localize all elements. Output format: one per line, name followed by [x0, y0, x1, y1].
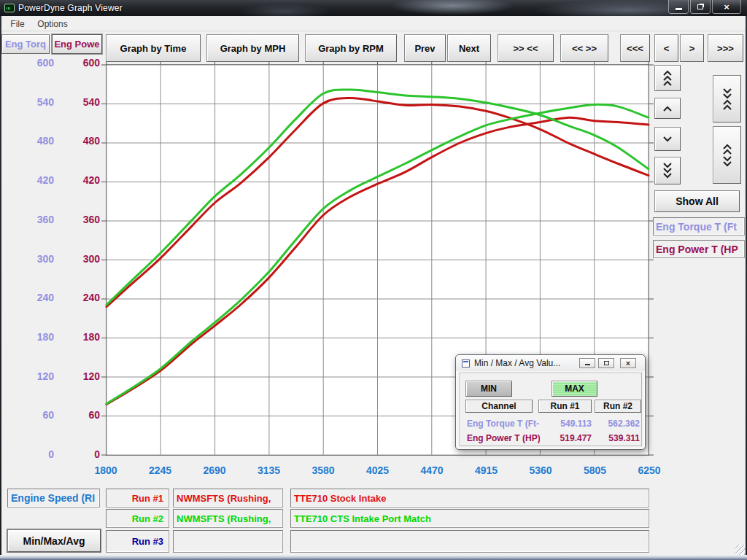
power-axis-tick: 600: [63, 56, 100, 69]
expand-range-button[interactable]: [713, 126, 741, 184]
run1-column-header: Run #1: [538, 400, 592, 413]
minmax-channel-name: Eng Torque T (Ft-: [467, 419, 540, 429]
window-title: PowerDyne Graph Viewer: [18, 3, 123, 13]
rpm-axis-tick: 4470: [406, 464, 457, 477]
scale-up-button[interactable]: [654, 98, 681, 119]
minimize-icon: [676, 8, 682, 10]
run-description-field[interactable]: TTE710 Stock Intake: [290, 489, 649, 508]
torque-axis-tick: 540: [18, 96, 54, 109]
chevrons-expand-icon: [722, 144, 732, 167]
minmax-dialog-title: Min / Max / Avg Valu...: [474, 358, 560, 368]
scroll-left-button[interactable]: <: [654, 34, 678, 62]
window-bottom-border: [0, 555, 747, 560]
scale-up-fast-button[interactable]: [654, 65, 681, 91]
torque-axis-tick: 600: [18, 56, 54, 69]
prev-button[interactable]: Prev: [404, 34, 446, 62]
max-tab-button[interactable]: MAX: [551, 381, 597, 397]
channel-toggle-torque[interactable]: Eng Torq: [1, 34, 50, 54]
title-bar[interactable]: PowerDyne Graph Viewer ×: [0, 0, 747, 16]
minmaxavg-button[interactable]: Min/Max/Avg: [7, 529, 101, 552]
close-button[interactable]: ×: [712, 0, 741, 14]
run-label[interactable]: Run #3: [106, 530, 169, 553]
minmax-row: Eng Power T (HP)519.477539.311: [460, 433, 643, 446]
next-button[interactable]: Next: [447, 34, 491, 62]
chevrons-collapse-icon: [722, 88, 732, 111]
minmax-run2-value: 562.362: [595, 419, 640, 429]
minmax-dialog-titlebar[interactable]: Min / Max / Avg Valu... ×: [456, 355, 645, 371]
torque-axis-tick: 360: [18, 213, 54, 226]
graph-by-mph-button[interactable]: Graph by MPH: [206, 34, 299, 62]
menu-options[interactable]: Options: [34, 18, 71, 30]
minmax-dialog-body: MIN MAX Channel Run #1 Run #2 Eng Torque…: [460, 373, 642, 446]
x-channel-label[interactable]: Engine Speed (RI: [7, 489, 100, 508]
torque-channel-label[interactable]: Eng Torque T (Ft: [653, 217, 745, 236]
minmax-run1-value: 519.477: [539, 433, 592, 443]
show-all-button[interactable]: Show All: [654, 190, 740, 212]
scale-down-button[interactable]: [654, 127, 681, 151]
power-axis-tick: 480: [63, 134, 100, 147]
menu-bar: File Options: [1, 16, 746, 31]
powerdyne-window: PowerDyne Graph Viewer × File Options En…: [0, 0, 747, 560]
torque-axis-tick: 0: [18, 448, 54, 461]
run-file-field[interactable]: NWMSFTS (Rushing,: [173, 509, 283, 528]
minmax-dialog[interactable]: Min / Max / Avg Valu... × MIN MAX Channe…: [455, 354, 646, 450]
power-axis-tick: 240: [63, 291, 100, 304]
graph-by-time-button[interactable]: Graph by Time: [106, 34, 201, 62]
power-axis-tick: 0: [63, 448, 100, 461]
rpm-axis-tick: 5805: [570, 464, 621, 477]
power-axis-tick: 540: [63, 96, 100, 109]
min-tab-button[interactable]: MIN: [465, 381, 512, 397]
triple-chevron-up-icon: [662, 70, 673, 86]
torque-axis-tick: 60: [18, 408, 54, 421]
triple-chevron-down-icon: [662, 163, 673, 179]
chevron-up-icon: [662, 106, 673, 112]
minimize-button[interactable]: [668, 0, 689, 14]
close-icon: ×: [626, 359, 630, 368]
scale-down-fast-button[interactable]: [654, 157, 681, 184]
resize-grip[interactable]: [735, 545, 746, 555]
run-file-field[interactable]: [173, 530, 283, 553]
rpm-axis-tick: 3135: [244, 464, 295, 477]
zoom-out-button[interactable]: << >>: [560, 34, 608, 62]
power-axis-tick: 420: [63, 174, 100, 187]
scroll-right-button[interactable]: >: [680, 34, 704, 62]
dialog-restore-button[interactable]: [598, 358, 614, 368]
minmax-run2-value: 539.311: [595, 433, 640, 443]
run-file-field[interactable]: NWMSFTS (Rushing,: [173, 489, 283, 508]
channel-column-header: Channel: [465, 400, 533, 413]
rpm-axis-tick: 2245: [135, 464, 186, 477]
run-label[interactable]: Run #1: [106, 489, 169, 508]
run-description-field[interactable]: TTE710 CTS Intake Port Match: [290, 509, 649, 528]
minmax-run1-value: 549.113: [539, 419, 592, 429]
run-label[interactable]: Run #2: [106, 509, 169, 528]
menu-file[interactable]: File: [7, 18, 28, 30]
power-channel-label[interactable]: Eng Power T (HP: [653, 240, 745, 258]
torque-axis-tick: 180: [18, 330, 54, 343]
dialog-minimize-button[interactable]: [579, 358, 595, 368]
maximize-button[interactable]: [690, 0, 711, 14]
minmax-channel-name: Eng Power T (HP): [467, 433, 540, 443]
scroll-far-left-button[interactable]: <<<: [620, 34, 650, 62]
window-left-border: [0, 0, 1, 560]
collapse-range-button[interactable]: [713, 75, 741, 122]
rpm-axis-tick: 3580: [298, 464, 349, 477]
zoom-in-button[interactable]: >> <<: [498, 34, 554, 62]
power-axis-tick: 60: [63, 408, 100, 421]
rpm-axis-tick: 5360: [515, 464, 566, 477]
scroll-far-right-button[interactable]: >>>: [708, 34, 743, 62]
power-axis-tick: 120: [63, 370, 100, 383]
run2-column-header: Run #2: [595, 400, 641, 413]
close-icon: ×: [724, 2, 729, 12]
run-description-field[interactable]: [290, 530, 649, 553]
app-icon: [4, 4, 15, 12]
channel-toggle-power[interactable]: Eng Powe: [52, 34, 102, 54]
graph-by-rpm-button[interactable]: Graph by RPM: [305, 34, 397, 62]
torque-axis-tick: 420: [18, 174, 54, 187]
dialog-close-button[interactable]: ×: [620, 358, 636, 368]
rpm-axis-tick: 6250: [624, 464, 675, 477]
minmax-row: Eng Torque T (Ft-549.113562.362: [460, 419, 643, 431]
torque-axis-tick: 480: [18, 134, 54, 147]
restore-icon: [604, 361, 609, 365]
chevron-down-icon: [662, 136, 673, 142]
restore-icon: [697, 4, 703, 9]
